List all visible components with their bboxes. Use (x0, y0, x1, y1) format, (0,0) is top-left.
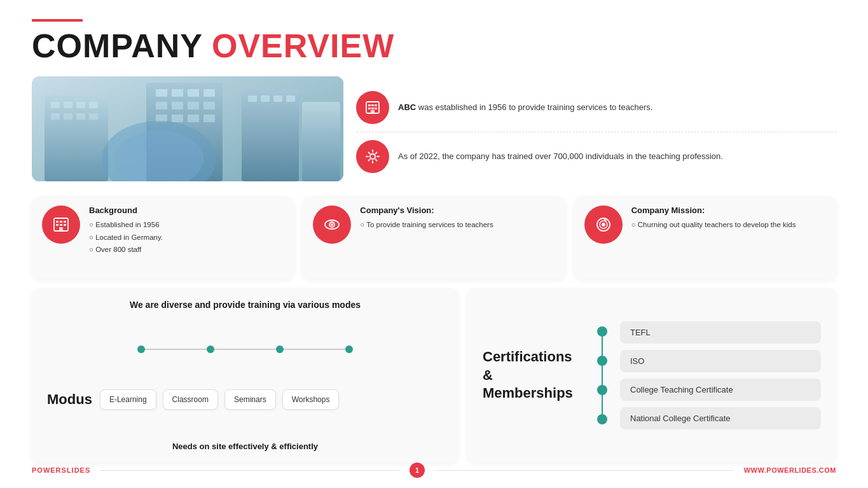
vision-card-content: Company's Vision: To provide training se… (360, 206, 555, 232)
mission-card: Company Mission: Churning out quality te… (574, 197, 836, 279)
info-item-1: ABC was established in 1956 to provide t… (356, 83, 836, 132)
bottom-section: We are diverse and provide training via … (32, 288, 836, 463)
modus-label-row: Modus E-Learning Classroom Seminars Work… (47, 389, 443, 410)
vision-list: To provide training services to teachers (360, 219, 555, 232)
svg-rect-9 (203, 102, 215, 109)
svg-rect-28 (302, 102, 340, 181)
timeline-dot-1 (137, 345, 145, 353)
cert-dot-3 (597, 385, 607, 395)
vision-card-icon (313, 206, 351, 244)
footer-line-left (100, 470, 399, 471)
svg-rect-24 (248, 95, 257, 102)
content-area: ABC was established in 1956 to provide t… (32, 76, 836, 463)
cert-dot-2 (597, 356, 607, 366)
svg-rect-14 (45, 95, 108, 181)
svg-rect-7 (172, 102, 183, 109)
timeline-row (137, 345, 354, 353)
svg-rect-20 (64, 113, 72, 120)
background-card: Background Established in 1956 Located i… (32, 197, 294, 279)
svg-rect-11 (172, 115, 183, 122)
cert-timeline (597, 326, 607, 424)
cert-title-area: Certifications & Memberships (483, 348, 584, 403)
slide: COMPANY OVERVIEW (0, 0, 868, 488)
svg-rect-22 (89, 113, 98, 120)
modus-tag-classroom: Classroom (163, 389, 218, 410)
info-text-2: As of 2022, the company has trained over… (398, 150, 723, 163)
slide-title: COMPANY OVERVIEW (32, 27, 836, 65)
svg-rect-19 (51, 113, 60, 120)
background-card-icon (42, 206, 80, 244)
footer-line-right (435, 470, 734, 471)
timeline-dot-3 (276, 345, 284, 353)
cert-item-1: TEFL (620, 321, 821, 344)
mission-list: Churning out quality teachers to develop… (631, 219, 826, 232)
background-list: Established in 1956 Located in Germany. … (89, 219, 284, 256)
header-accent-line (32, 19, 83, 22)
footer-website: WWW.POWERLIDES.COM (744, 466, 836, 474)
svg-rect-37 (375, 108, 377, 109)
svg-rect-18 (89, 102, 98, 108)
svg-rect-36 (371, 108, 374, 109)
mission-card-icon (584, 206, 623, 244)
cert-title: Certifications & Memberships (483, 348, 584, 403)
brand-slides: SLIDES (62, 466, 91, 474)
cert-dot-1 (597, 326, 607, 337)
modus-box: We are diverse and provide training via … (32, 288, 458, 463)
cert-items-col: TEFL ISO College Teaching Certificate Na… (620, 321, 821, 429)
gear-icon (356, 140, 389, 173)
cert-item-2: ISO (620, 350, 821, 372)
cert-dot-4 (597, 414, 607, 424)
timeline-line (144, 349, 347, 350)
top-section: ABC was established in 1956 to provide t… (32, 76, 836, 188)
svg-rect-21 (76, 113, 85, 120)
background-card-content: Background Established in 1956 Located i… (89, 206, 284, 256)
svg-point-39 (370, 154, 375, 159)
mission-card-content: Company Mission: Churning out quality te… (631, 206, 826, 232)
svg-rect-4 (188, 89, 199, 97)
cert-item-4: National College Certificate (620, 407, 821, 429)
info-text-1: ABC was established in 1956 to provide t… (398, 101, 652, 114)
vision-title: Company's Vision: (360, 206, 555, 215)
svg-rect-25 (261, 95, 270, 102)
svg-point-53 (602, 223, 605, 227)
svg-rect-47 (59, 227, 63, 231)
timeline-dot-4 (345, 345, 353, 353)
cert-line-2 (602, 366, 603, 385)
info-item-2: As of 2022, the company has trained over… (356, 132, 836, 181)
svg-rect-38 (371, 110, 375, 113)
svg-rect-42 (60, 221, 62, 223)
svg-rect-2 (156, 89, 167, 97)
cert-line-1 (602, 337, 603, 356)
background-title: Background (89, 206, 284, 215)
svg-rect-33 (371, 104, 374, 106)
svg-rect-3 (172, 89, 183, 97)
building-image (32, 76, 343, 181)
svg-rect-34 (375, 104, 377, 106)
background-item-3: Over 800 staff (89, 244, 284, 256)
svg-rect-26 (273, 95, 282, 102)
svg-rect-27 (286, 95, 295, 102)
mission-title: Company Mission: (631, 206, 826, 215)
svg-rect-35 (368, 108, 371, 109)
svg-rect-5 (203, 89, 215, 97)
svg-rect-6 (156, 102, 167, 109)
modus-header: We are diverse and provide training via … (130, 300, 361, 310)
svg-rect-17 (76, 102, 85, 108)
svg-point-50 (331, 223, 333, 226)
svg-rect-16 (64, 102, 72, 108)
background-item-1: Established in 1956 (89, 219, 284, 232)
modus-tags: E-Learning Classroom Seminars Workshops (100, 389, 443, 410)
timeline-dot-2 (207, 345, 214, 353)
title-black: COMPANY (32, 27, 203, 65)
building-icon (356, 91, 389, 124)
svg-rect-41 (56, 221, 59, 223)
svg-rect-23 (242, 89, 299, 181)
mission-item-1: Churning out quality teachers to develop… (631, 219, 826, 232)
footer-page-number: 1 (410, 463, 425, 478)
svg-rect-8 (188, 102, 199, 109)
modus-tag-seminars: Seminars (224, 389, 276, 410)
left-column: ABC was established in 1956 to provide t… (32, 76, 836, 463)
svg-rect-32 (368, 104, 371, 106)
modus-label: Modus (47, 391, 92, 408)
svg-rect-46 (64, 224, 66, 226)
